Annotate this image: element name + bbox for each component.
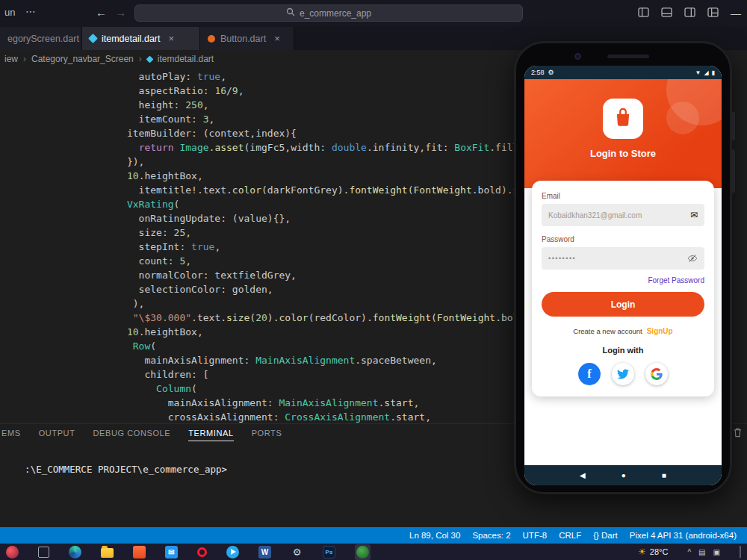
password-value: •••••••• [548, 255, 576, 262]
tray-keyboard-icon[interactable]: ▤ [698, 548, 705, 556]
word-app-icon[interactable]: W [258, 546, 271, 559]
edge-browser-icon[interactable] [69, 546, 81, 559]
close-icon[interactable]: × [274, 33, 280, 44]
photoshop-app-icon[interactable]: Ps [323, 546, 335, 559]
customize-layout-icon[interactable] [707, 7, 719, 20]
google-login-button[interactable] [645, 363, 668, 385]
android-emulator: 2:58 ⚙ ▼ ◢ ▮ Login to Store Email Ko [514, 41, 732, 494]
telegram-app-icon[interactable] [226, 546, 239, 559]
menu-run-partial[interactable]: un [4, 7, 15, 18]
password-label: Password [542, 235, 704, 243]
mail-icon: ✉ [690, 210, 698, 220]
chevron-right-icon: › [23, 54, 26, 64]
breadcrumb-segment[interactable]: iew [4, 54, 18, 64]
red-app-icon[interactable] [133, 546, 146, 559]
kill-terminal-icon[interactable] [733, 427, 743, 441]
android-nav-bar: ◀ ● ■ [524, 465, 722, 485]
breadcrumb-segment[interactable]: Category_navbar_Screen [31, 54, 134, 64]
active-app-slot[interactable] [355, 544, 371, 560]
temperature-label: 28°C [650, 547, 669, 556]
file-explorer-icon[interactable] [101, 548, 114, 558]
tab-button[interactable]: Button.dart × [200, 27, 294, 50]
task-view-icon[interactable] [38, 547, 49, 558]
breadcrumb-segment[interactable]: itemdetail.dart [158, 54, 214, 64]
show-desktop-sliver[interactable] [740, 546, 741, 558]
email-label: Email [542, 192, 704, 200]
tab-label: egoryScreen.dart [7, 34, 79, 44]
phone-volume-button [731, 149, 735, 193]
panel-tab-debug-console[interactable]: DEBUG CONSOLE [93, 426, 170, 441]
system-tray: ^ ▤ ▣ [687, 548, 720, 556]
weather-widget[interactable]: ☀ 28°C [638, 547, 668, 557]
title-bar: un ⋯ ← → e_commerce_app — [0, 0, 747, 27]
phone-speaker-slit [607, 55, 649, 58]
panel-tab-ports[interactable]: PORTS [252, 426, 282, 441]
nav-back-icon[interactable]: ◀ [580, 471, 586, 479]
phone-power-button [731, 112, 735, 140]
panel-tab-ems[interactable]: EMS [1, 426, 21, 441]
tray-expand-icon[interactable]: ^ [687, 548, 691, 556]
command-center-search[interactable]: e_commerce_app [134, 4, 523, 22]
app-logo-box [603, 99, 643, 139]
tab-itemdetail[interactable]: itemdetail.dart × [82, 27, 200, 50]
facebook-login-button[interactable]: f [578, 363, 601, 385]
phone-screen: 2:58 ⚙ ▼ ◢ ▮ Login to Store Email Ko [524, 66, 722, 485]
statusbar-items: Ln 89, Col 30Spaces: 2UTF-8CRLF{} DartPi… [403, 531, 743, 540]
status-item[interactable]: Ln 89, Col 30 [403, 531, 466, 540]
minimize-button[interactable]: — [731, 7, 741, 19]
tab-label: itemdetail.dart [102, 34, 161, 44]
status-item[interactable]: Spaces: 2 [466, 531, 516, 540]
android-status-bar: 2:58 ⚙ ▼ ◢ ▮ [524, 66, 722, 79]
tab-categoryscreen[interactable]: egoryScreen.dart [0, 27, 82, 50]
file-icon [208, 35, 215, 43]
status-item[interactable]: CRLF [553, 531, 587, 540]
email-field[interactable]: Kobaidkhan321@gmail.com ✉ [542, 204, 704, 226]
status-item[interactable]: Pixel 4 API 31 (android-x64) [624, 531, 743, 540]
search-value: e_commerce_app [300, 8, 371, 19]
media-app-icon[interactable] [6, 546, 19, 559]
nav-home-icon[interactable]: ● [622, 471, 626, 479]
phone-camera-dot [574, 53, 581, 60]
status-item[interactable]: {} Dart [587, 531, 624, 540]
dart-file-icon [146, 55, 153, 63]
tab-label: Button.dart [220, 34, 266, 44]
twitter-login-button[interactable] [612, 363, 634, 385]
app-title: Login to Store [524, 148, 722, 159]
login-with-label: Login with [542, 346, 704, 355]
dart-file-icon [88, 34, 98, 43]
tray-network-icon[interactable]: ▣ [713, 548, 720, 556]
panel-tab-terminal[interactable]: TERMINAL [188, 426, 233, 441]
forgot-password-link[interactable]: Forget Password [542, 276, 704, 284]
password-field[interactable]: •••••••• [542, 247, 704, 270]
sun-icon: ☀ [638, 547, 646, 557]
login-button[interactable]: Login [542, 292, 704, 317]
create-account-text: Create a new account [573, 327, 642, 335]
menu-more-icon[interactable]: ⋯ [25, 5, 36, 17]
status-time: 2:58 [531, 69, 545, 76]
email-value: Kobaidkhan321@gmail.com [548, 211, 642, 220]
chevron-right-icon: › [139, 54, 142, 64]
toggle-secondary-sidebar-icon[interactable] [684, 7, 695, 20]
nav-recents-icon[interactable]: ■ [662, 471, 666, 479]
toggle-sidebar-icon[interactable] [638, 7, 649, 20]
eye-off-icon[interactable] [687, 254, 698, 263]
signal-icon: ◢ [704, 69, 708, 76]
nav-forward-icon: → [115, 6, 126, 19]
panel-tab-output[interactable]: OUTPUT [39, 426, 75, 441]
status-gear-icon: ⚙ [548, 69, 554, 76]
opera-browser-icon[interactable] [197, 547, 207, 557]
close-icon[interactable]: × [169, 33, 175, 44]
shopping-bag-icon [612, 106, 634, 131]
settings-gear-icon[interactable]: ⚙ [291, 546, 303, 559]
wifi-icon: ▼ [695, 69, 701, 76]
mail-app-icon[interactable]: ✉ [165, 546, 178, 559]
status-item[interactable]: UTF-8 [517, 531, 554, 540]
windows-taskbar: ✉ W ⚙ Ps ☀ 28°C ^ ▤ ▣ [0, 544, 747, 560]
search-icon [286, 7, 295, 19]
toggle-panel-icon[interactable] [661, 7, 672, 20]
terminal-prompt: :\E_COMMERCE PROJECT\e_commerce_app> [25, 464, 227, 475]
nav-back-icon[interactable]: ← [96, 6, 107, 19]
status-bar: Ln 89, Col 30Spaces: 2UTF-8CRLF{} DartPi… [0, 527, 747, 544]
battery-icon: ▮ [712, 69, 715, 76]
signup-link[interactable]: SignUp [647, 327, 673, 335]
